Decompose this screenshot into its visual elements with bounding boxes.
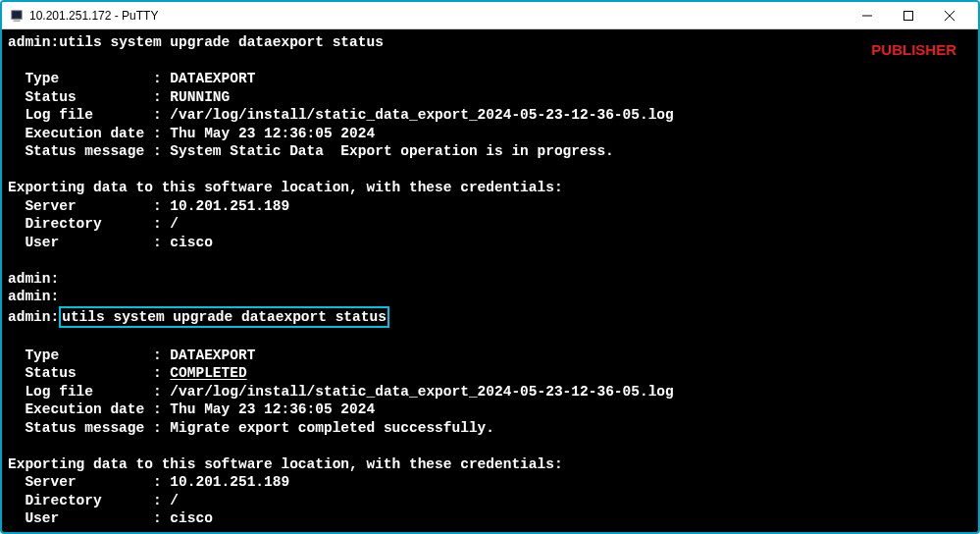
blank-line [8, 52, 972, 71]
output-line: Directory : / [8, 492, 972, 510]
output-line: Exporting data to this software location… [8, 455, 972, 474]
output-line: Type : DATAEXPORT [8, 347, 972, 365]
blank-line [8, 161, 972, 180]
output-line: User : cisco [8, 234, 972, 252]
output-line: Log file : /var/log/install/static_data_… [8, 383, 972, 401]
output-line: Exporting data to this software location… [8, 179, 972, 197]
blank-line [8, 251, 972, 270]
status-completed: COMPLETED [170, 365, 246, 381]
minimize-button[interactable] [847, 3, 888, 28]
output-line: Execution date : Thu May 23 12:36:05 202… [8, 400, 972, 419]
blank-line [8, 328, 972, 347]
svg-rect-1 [13, 11, 22, 17]
terminal-area[interactable]: PUBLISHER admin:utils system upgrade dat… [2, 29, 978, 532]
output-line: Status : COMPLETED [8, 364, 972, 383]
output-line: User : cisco [8, 509, 972, 528]
window-controls [847, 3, 970, 28]
prompt-line: admin:utils system upgrade dataexport st… [8, 306, 972, 329]
putty-icon [10, 9, 24, 23]
blank-line [8, 437, 972, 455]
output-line: Server : 10.201.251.189 [8, 473, 972, 492]
output-line: Log file : /var/log/install/static_data_… [8, 106, 972, 125]
titlebar: 10.201.251.172 - PuTTY [2, 2, 978, 29]
prompt-line: admin: [8, 288, 972, 306]
prompt-line: admin:utils system upgrade dataexport st… [8, 33, 972, 52]
output-line: Directory : / [8, 215, 972, 234]
output-line: Server : 10.201.251.189 [8, 197, 972, 216]
output-line: Execution date : Thu May 23 12:36:05 202… [8, 125, 972, 143]
svg-rect-2 [14, 20, 21, 22]
close-button[interactable] [929, 3, 970, 28]
window-title: 10.201.251.172 - PuTTY [29, 9, 847, 23]
prompt-line: admin: [8, 270, 972, 289]
publisher-label: PUBLISHER [871, 41, 956, 60]
output-line: Status message : Migrate export complete… [8, 419, 972, 438]
output-line: Status message : System Static Data Expo… [8, 142, 972, 161]
maximize-button[interactable] [888, 3, 929, 28]
svg-rect-4 [904, 11, 913, 20]
output-line: Status : RUNNING [8, 88, 972, 107]
output-line: Type : DATAEXPORT [8, 70, 972, 88]
highlighted-command: utils system upgrade dataexport status [59, 306, 389, 329]
blank-line [8, 528, 972, 533]
